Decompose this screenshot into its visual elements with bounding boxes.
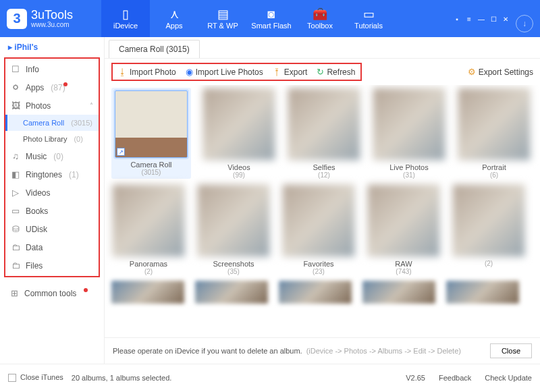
import-live-photos-button[interactable]: ◉Import Live Photos [186, 67, 263, 77]
album-count: (2) [485, 260, 493, 267]
album-count: (2) [144, 268, 153, 275]
apps-side-icon: ⭘ [11, 82, 20, 92]
album-videos[interactable]: Videos(99) [202, 88, 276, 179]
footer: Close iTunes 20 albums, 1 albums selecte… [0, 364, 540, 391]
info-hint: (iDevice -> Photos -> Albums -> Edit -> … [306, 347, 461, 355]
sidebar-item-data[interactable]: 🗀Data [5, 238, 99, 256]
album-screenshots[interactable]: Screenshots(35) [196, 184, 271, 275]
phone-icon: ▯ [122, 8, 129, 20]
music-icon: ♫ [11, 151, 20, 161]
refresh-button[interactable]: ↻Refresh [317, 67, 355, 77]
album-portrait[interactable]: Portrait(6) [457, 88, 531, 179]
album-row-partial [111, 281, 533, 304]
album-count: (6) [490, 171, 498, 179]
album-raw[interactable]: RAW(743) [367, 184, 441, 275]
nav-rtwp[interactable]: ▤RT & WP [198, 0, 247, 37]
album-thumb[interactable] [362, 281, 435, 304]
maximize-button[interactable]: ☐ [489, 16, 498, 25]
album-count: (3015) [142, 169, 161, 176]
close-window-button[interactable]: ✕ [501, 16, 510, 25]
album-thumb [282, 184, 355, 257]
sidebar: ▸ iPhil's ☐Info ⭘Apps(87) 🖼Photos˄ Camer… [0, 37, 105, 364]
common-tools-icon: ⊞ [9, 288, 19, 298]
sidebar-item-apps[interactable]: ⭘Apps(87) [5, 78, 99, 96]
info-icon: ☐ [11, 64, 20, 74]
album-thumb [202, 88, 275, 161]
sidebar-item-videos[interactable]: ▷Videos [5, 184, 99, 202]
sidebar-item-common-tools[interactable]: ⊞Common tools [4, 284, 100, 302]
minimize-button[interactable]: — [477, 16, 486, 25]
import-photo-button[interactable]: ⭳Import Photo [118, 67, 176, 77]
data-icon: 🗀 [11, 242, 20, 252]
sidebar-item-photos[interactable]: 🖼Photos˄ [5, 96, 99, 115]
album-favorites[interactable]: Favorites(23) [281, 184, 356, 275]
sidebar-item-music[interactable]: ♫Music(0) [5, 147, 99, 165]
shortcut-badge-icon: ↗ [117, 148, 125, 156]
chevron-up-icon[interactable]: ˄ [90, 102, 93, 109]
nav-apps[interactable]: ⋏Apps [150, 0, 198, 37]
nav-toolbox[interactable]: 🧰Toolbox [296, 0, 344, 37]
album-thumb [367, 184, 440, 257]
win-btn-1[interactable]: ▪ [452, 16, 462, 25]
live-icon: ◉ [186, 67, 193, 77]
nav-idevice[interactable]: ▯iDevice [101, 0, 150, 37]
sidebar-section-highlight: ☐Info ⭘Apps(87) 🖼Photos˄ Camera Roll (30… [4, 57, 100, 277]
download-button[interactable]: ↓ [516, 15, 533, 32]
album-label: Selfies [313, 163, 335, 171]
sidebar-item-files[interactable]: 🗀Files [5, 256, 99, 275]
album-thumb [373, 88, 446, 161]
books-icon: ▭ [11, 206, 20, 216]
close-info-button[interactable]: Close [490, 343, 532, 358]
version-label: V2.65 [406, 374, 425, 382]
app-header: 3 3uTools www.3u.com ▯iDevice ⋏Apps ▤RT … [0, 0, 540, 37]
album-count: (31) [403, 171, 415, 179]
album-label: RAW [395, 260, 412, 268]
check-update-link[interactable]: Check Update [485, 374, 532, 382]
sidebar-item-camera-roll[interactable]: Camera Roll (3015) [5, 115, 99, 131]
nav-smartflash[interactable]: ◙Smart Flash [247, 0, 296, 37]
logo-badge: 3 [7, 9, 27, 29]
sidebar-item-info[interactable]: ☐Info [5, 60, 99, 78]
gear-icon: ⚙ [468, 67, 476, 77]
album-gallery: ↗ Camera Roll (3015) Videos(99) Selfies(… [105, 85, 540, 337]
album-label: Videos [227, 163, 250, 171]
close-itunes-checkbox[interactable]: Close iTunes [8, 373, 63, 382]
sidebar-item-udisk[interactable]: ⛁UDisk [5, 220, 99, 238]
album-thumb[interactable] [446, 281, 519, 304]
info-bar: Please operate on iDevice if you want to… [105, 337, 540, 364]
win-btn-2[interactable]: ≡ [464, 16, 474, 25]
album-count: (12) [318, 171, 330, 179]
album-label: Camera Roll [130, 161, 171, 169]
sidebar-item-photo-library[interactable]: Photo Library (0) [5, 131, 99, 147]
album-thumb [452, 184, 525, 257]
feedback-link[interactable]: Feedback [439, 374, 471, 382]
toolbar-highlight: ⭳Import Photo ◉Import Live Photos ⭱Expor… [111, 63, 362, 81]
device-name[interactable]: ▸ iPhil's [0, 37, 104, 57]
ringtone-icon: ◧ [11, 169, 20, 179]
album-unnamed[interactable]: (2) [452, 184, 526, 275]
album-thumb [197, 184, 270, 257]
export-button[interactable]: ⭱Export [273, 67, 308, 77]
album-selfies[interactable]: Selfies(12) [287, 88, 361, 179]
nav-tutorials[interactable]: ▭Tutorials [344, 0, 393, 37]
tutorials-icon: ▭ [363, 8, 375, 20]
sidebar-item-books[interactable]: ▭Books [5, 202, 99, 220]
toolbar: ⭳Import Photo ◉Import Live Photos ⭱Expor… [105, 59, 540, 85]
sidebar-item-ringtones[interactable]: ◧Ringtones(1) [5, 165, 99, 184]
album-thumb[interactable] [111, 281, 184, 304]
album-label: Screenshots [213, 260, 254, 268]
app-site: www.3u.com [31, 21, 73, 28]
album-count: (99) [233, 171, 245, 179]
flash-icon: ◙ [268, 8, 275, 20]
album-label: Favorites [303, 260, 333, 268]
export-icon: ⭱ [273, 67, 281, 77]
album-thumb[interactable] [279, 281, 352, 304]
album-live-photos[interactable]: Live Photos(31) [372, 88, 446, 179]
album-count: (743) [396, 268, 411, 275]
album-camera-roll[interactable]: ↗ Camera Roll (3015) [111, 88, 191, 179]
album-panoramas[interactable]: Panoramas(2) [111, 184, 186, 275]
tab-camera-roll[interactable]: Camera Roll (3015) [109, 40, 200, 58]
album-thumb[interactable] [195, 281, 268, 304]
export-settings-button[interactable]: ⚙Export Settings [468, 67, 533, 77]
album-label: Live Photos [389, 163, 428, 171]
